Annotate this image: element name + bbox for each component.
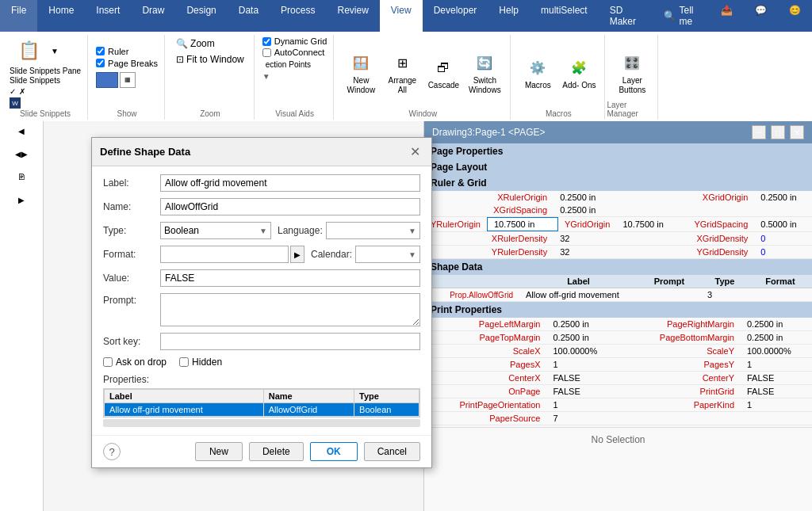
name-field-input[interactable] — [160, 198, 420, 215]
connection-points-btn[interactable]: ection Points — [262, 59, 314, 71]
tab-view[interactable]: View — [380, 0, 423, 32]
yrulerdensity-value: 32 — [553, 246, 625, 258]
sort-key-field-input[interactable] — [160, 333, 420, 350]
label-field-input[interactable] — [160, 174, 420, 192]
tab-developer[interactable]: Developer — [423, 0, 488, 32]
sd-col1-header — [424, 275, 519, 288]
paperkind-value: 1 — [741, 399, 812, 411]
new-window-btn[interactable]: 🪟 New Window — [342, 49, 380, 97]
sidebar-item-1[interactable]: ◀▶ — [2, 147, 41, 161]
tell-me-input[interactable]: 🔍 Tell me — [653, 0, 710, 32]
hidden-checkbox[interactable] — [179, 357, 189, 367]
help-button[interactable]: ? — [103, 443, 121, 460]
tab-multiselect[interactable]: multiSelect — [530, 0, 599, 32]
prompt-field-input[interactable] — [160, 293, 420, 326]
share-button[interactable]: 📤 — [710, 0, 744, 32]
value-field-input[interactable] — [160, 269, 420, 287]
sidebar-expand-btn[interactable]: ◀ — [2, 124, 41, 138]
pagetopmargin-label: PageTopMargin — [424, 331, 547, 344]
ygridspacing-value: 0.5000 in — [754, 217, 812, 231]
sd-col5-header: Format — [749, 275, 812, 288]
print-row-2: ScaleX 100.0000% ScaleY 100.0000% — [424, 345, 812, 358]
format-picker-btn[interactable]: ▶ — [290, 246, 304, 263]
dialog-close-button[interactable]: ✕ — [407, 144, 423, 159]
table-row[interactable]: Allow off-grid movement AllowOffGrid Boo… — [105, 403, 419, 417]
ygriddensity-label: YGridDensity — [625, 246, 754, 258]
slide-snippets-btn[interactable]: 📋 — [10, 36, 48, 65]
autoconnect-checkbox[interactable] — [262, 48, 271, 57]
tab-review[interactable]: Review — [326, 0, 379, 32]
properties-section: Properties: Label Name Type — [103, 374, 420, 427]
tab-draw[interactable]: Draw — [131, 0, 175, 32]
zoom-btn[interactable]: 🔍 Zoom — [173, 36, 218, 51]
macros-btn[interactable]: ⚙️ Macros — [519, 54, 557, 92]
xrulerdensity-label: XRulerDensity — [424, 232, 553, 245]
onpage-label: OnPage — [424, 385, 547, 398]
section-page-layout: Page Layout — [424, 159, 812, 175]
centery-value: FALSE — [741, 372, 812, 384]
ok-button[interactable]: OK — [310, 442, 358, 461]
onpage-value: FALSE — [547, 385, 619, 398]
dynamic-grid-checkbox[interactable] — [262, 37, 271, 46]
shape-data-row-0: Prop.AllowOffGrid Allow off-grid movemen… — [424, 288, 812, 302]
new-button[interactable]: New — [195, 442, 243, 461]
fit-window-btn[interactable]: ⊡ Fit to Window — [173, 52, 247, 67]
visual-aids-expand[interactable]: ▼ — [262, 72, 270, 81]
delete-button[interactable]: Delete — [249, 442, 304, 461]
col-header-type: Type — [354, 390, 419, 403]
switch-windows-btn[interactable]: 🔄 Switch Windows — [465, 49, 504, 97]
tab-process[interactable]: Process — [270, 0, 326, 32]
minimize-button[interactable]: ─ — [752, 125, 766, 139]
scalex-value: 100.0000% — [547, 345, 619, 357]
tab-design[interactable]: Design — [175, 0, 227, 32]
smiley-button[interactable]: 😊 — [778, 0, 812, 32]
type-field-row: Type: Boolean ▼ Language: ▼ — [103, 222, 420, 239]
arrange-all-btn[interactable]: ⊞ Arrange All — [383, 49, 421, 97]
language-field-label: Language: — [278, 225, 323, 236]
tab-file[interactable]: File — [0, 0, 37, 32]
type-select[interactable]: Boolean ▼ — [160, 222, 271, 239]
horizontal-scrollbar[interactable] — [103, 419, 420, 427]
printpageorientation-label: PrintPageOrientation — [424, 399, 547, 411]
calendar-select[interactable]: ▼ — [355, 246, 420, 263]
cascade-btn[interactable]: 🗗 Cascade — [424, 54, 462, 92]
comment-button[interactable]: 💬 — [744, 0, 778, 32]
language-select[interactable]: ▼ — [326, 222, 420, 239]
tab-sdmaker[interactable]: SD Maker — [599, 0, 653, 32]
properties-scroll-area[interactable]: Label Name Type Allow off-grid movement … — [103, 388, 420, 418]
drawing-titlebar-buttons: ─ □ ✕ — [752, 125, 804, 139]
cascade-icon: 🗗 — [431, 55, 456, 81]
page-breaks-checkbox[interactable] — [96, 59, 105, 67]
sidebar-item-2[interactable]: 🖹 — [2, 170, 41, 184]
ask-on-drop-checkbox[interactable] — [103, 357, 113, 367]
sidebar-item-3[interactable]: ▶ — [2, 193, 41, 207]
yrulerdensity-label: YRulerDensity — [424, 246, 553, 258]
ruler-grid-data: XRulerOrigin 0.2500 in XGridOrigin 0.250… — [424, 191, 812, 259]
ribbon-body: 📋 ▼ Slide Snippets Pane Slide Snippets ✓… — [0, 32, 812, 121]
ribbon-group-window: 🪟 New Window ⊞ Arrange All 🗗 Cascade 🔄 S… — [335, 35, 511, 120]
xrulerorigin-label: XRulerOrigin — [424, 191, 553, 204]
restore-button[interactable]: □ — [771, 125, 785, 139]
ruler-checkbox[interactable] — [96, 47, 105, 55]
format-field-row: Format: ▶ Calendar: ▼ — [103, 246, 420, 263]
ribbon-group-macros: ⚙️ Macros 🧩 Add- Ons Macros — [512, 35, 605, 120]
define-shape-data-dialog: Define Shape Data ✕ Label: Name: Type: — [91, 137, 432, 468]
close-button[interactable]: ✕ — [790, 125, 804, 139]
tab-help[interactable]: Help — [488, 0, 530, 32]
add-ons-btn[interactable]: 🧩 Add- Ons — [560, 54, 598, 92]
tab-home[interactable]: Home — [37, 0, 85, 32]
section-print-properties: Print Properties — [424, 302, 812, 318]
layer-buttons-btn[interactable]: 🎛️ Layer Buttons — [613, 49, 651, 97]
layer-buttons-label: Layer Buttons — [615, 76, 649, 95]
tab-insert[interactable]: Insert — [85, 0, 131, 32]
pagerightmargin-value: 0.2500 in — [741, 318, 812, 330]
dialog-footer: ? New Delete OK Cancel — [92, 435, 431, 467]
cancel-button[interactable]: Cancel — [364, 442, 420, 461]
format-field-input[interactable] — [160, 246, 289, 263]
group-label-slide-snippets: Slide Snippets — [20, 109, 71, 118]
calendar-select-arrow: ▼ — [408, 250, 416, 259]
col-header-label: Label — [105, 390, 264, 403]
tab-data[interactable]: Data — [228, 0, 270, 32]
slide-snippets-expand-btn[interactable]: ▼ — [51, 47, 59, 55]
group-label-visual-aids: Visual Aids — [275, 109, 314, 118]
